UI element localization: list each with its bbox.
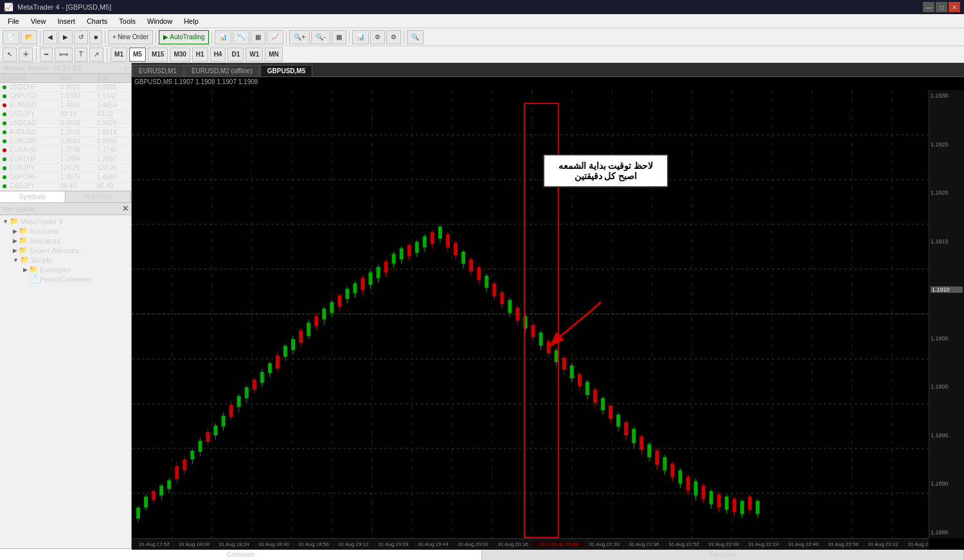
svg-rect-47 — [206, 432, 210, 442]
menu-window[interactable]: Window — [142, 14, 177, 28]
period-h4[interactable]: H4 — [210, 48, 226, 62]
table-row[interactable]: EURAUD 1.3736 1.3748 — [0, 146, 131, 155]
expert-button[interactable]: ⚙ — [370, 30, 385, 44]
hline-button[interactable]: ⟺ — [55, 48, 73, 62]
chart-down-button[interactable]: 📉 — [233, 30, 249, 44]
search-button[interactable]: 🔍 — [407, 30, 424, 44]
settings-button[interactable]: ⚙ — [386, 30, 401, 44]
autotrading-button[interactable]: ▶ AutoTrading — [159, 30, 209, 44]
sep4 — [211, 31, 212, 44]
period-w1[interactable]: W1 — [245, 48, 263, 62]
period-m1[interactable]: M1 — [111, 48, 127, 62]
period-mn[interactable]: MN — [265, 48, 283, 62]
nav-scripts[interactable]: ▼ 📁 Scripts — [0, 255, 131, 265]
chart-line-button[interactable]: 📈 — [267, 30, 283, 44]
tab-eurusd-m1[interactable]: EURUSD,M1 — [132, 65, 184, 76]
open-button[interactable]: 📂 — [21, 30, 37, 44]
svg-rect-87 — [361, 278, 364, 290]
col-symbol: Symbol — [0, 74, 58, 83]
table-row[interactable]: EURJPY 120.21 120.25 — [0, 164, 131, 173]
tab-common[interactable]: Common — [0, 549, 131, 550]
price-dot — [3, 130, 6, 134]
folder-icon: 📁 — [19, 246, 28, 254]
forward-button[interactable]: ▶ — [58, 30, 73, 44]
menu-charts[interactable]: Charts — [82, 14, 112, 28]
period-m5[interactable]: M5 — [129, 48, 146, 62]
cell-bid: 1.4575 — [58, 173, 94, 182]
stop-button[interactable]: ■ — [89, 30, 102, 44]
zoom-out-button[interactable]: 🔍- — [311, 30, 330, 44]
sep1 — [40, 31, 40, 44]
period-m15[interactable]: M15 — [148, 48, 168, 62]
cell-ask: 1.0518 — [94, 128, 131, 137]
table-row[interactable]: GBPUSD 1.6339 1.6342 — [0, 92, 131, 101]
period-m30[interactable]: M30 — [170, 48, 190, 62]
close-button[interactable]: ✕ — [949, 2, 960, 12]
svg-rect-151 — [609, 406, 612, 419]
new-file-button[interactable]: 📄 — [3, 30, 19, 44]
chart-up-button[interactable]: 📊 — [215, 30, 231, 44]
svg-rect-37 — [167, 480, 171, 489]
table-row[interactable]: GBPCHF 1.4575 1.4585 — [0, 173, 131, 182]
minimize-button[interactable]: — — [923, 2, 934, 12]
cell-ask: 1.6342 — [94, 92, 131, 101]
period-d1[interactable]: D1 — [228, 48, 244, 62]
arrow-button[interactable]: ↗ — [89, 48, 103, 62]
text-button[interactable]: T — [75, 48, 87, 62]
table-row[interactable]: EURCHF 1.2894 1.2897 — [0, 155, 131, 164]
svg-rect-53 — [229, 405, 233, 417]
nav-metatrader4[interactable]: ▼ 📁 MetaTrader 4 — [0, 216, 131, 226]
table-row[interactable]: USDCHF 0.8921 0.8925 — [0, 83, 131, 92]
table-row[interactable]: AUDUSD 1.0515 1.0518 — [0, 128, 131, 137]
cursor-button[interactable]: ↖ — [3, 48, 17, 62]
price-1915: 1.1915 — [931, 238, 963, 245]
nav-period-converter[interactable]: ▶ 📄 PeriodConverter — [0, 274, 131, 284]
table-row[interactable]: CADJPY 86.43 86.49 — [0, 182, 131, 191]
svg-rect-75 — [314, 316, 318, 326]
menu-insert[interactable]: Insert — [52, 14, 80, 28]
table-row[interactable]: EURGBP 0.8843 0.8846 — [0, 137, 131, 146]
grid-button[interactable]: ▦ — [332, 30, 346, 44]
line-button[interactable]: ━ — [40, 48, 53, 62]
chart-bar-button[interactable]: ▦ — [251, 30, 265, 44]
navigator-close-button[interactable]: ✕ — [122, 204, 129, 213]
nav-examples[interactable]: ▶ 📁 Examples — [0, 265, 131, 274]
svg-rect-49 — [214, 426, 218, 435]
new-order-button[interactable]: + New Order — [108, 30, 153, 44]
new-order-icon: + — [112, 33, 116, 40]
market-watch: Market Watch: 16:24:53 ▲ Symbol Bid Ask … — [0, 63, 131, 202]
table-row[interactable]: USDJPY 83.19 83.22 — [0, 110, 131, 119]
table-row[interactable]: EURUSD 1.4451 1.4453 — [0, 101, 131, 110]
menu-view[interactable]: View — [26, 14, 51, 28]
period-h1[interactable]: H1 — [192, 48, 208, 62]
refresh-button[interactable]: ↺ — [74, 30, 88, 44]
nav-expert-advisors[interactable]: ▶ 📁 Expert Advisors — [0, 245, 131, 255]
time-label: 31 Aug 18:40 — [254, 541, 294, 547]
svg-rect-123 — [500, 292, 504, 304]
svg-rect-99 — [407, 245, 411, 256]
tab-gbpusd-m5[interactable]: GBPUSD,M5 — [260, 65, 312, 76]
tab-tick-chart[interactable]: Tick Chart — [66, 191, 131, 202]
indicator-button[interactable]: 📊 — [352, 30, 369, 44]
chart-main[interactable]: GBPUSD,M5 1.1907 1.1908 1.1907 1.1908 — [132, 77, 964, 550]
sep-p0 — [36, 48, 37, 61]
chart-info: GBPUSD,M5 1.1907 1.1908 1.1907 1.1908 — [134, 78, 258, 85]
table-row[interactable]: USDCAD 0.9620 0.9624 — [0, 119, 131, 128]
menubar: File View Insert Charts Tools Window Hel… — [0, 14, 964, 28]
svg-rect-113 — [461, 252, 465, 264]
back-button[interactable]: ◀ — [43, 30, 57, 44]
nav-indicators[interactable]: ▶ 📁 Indicators — [0, 236, 131, 245]
menu-file[interactable]: File — [3, 14, 24, 28]
tab-symbols[interactable]: Symbols — [0, 191, 66, 202]
svg-rect-169 — [678, 470, 682, 483]
menu-help[interactable]: Help — [179, 14, 204, 28]
zoom-in-button[interactable]: 🔍+ — [289, 30, 310, 44]
svg-rect-103 — [423, 236, 427, 247]
svg-rect-93 — [384, 261, 388, 272]
maximize-button[interactable]: □ — [936, 2, 947, 12]
menu-tools[interactable]: Tools — [114, 14, 141, 28]
tab-eurusd-m2[interactable]: EURUSD,M2 (offline) — [184, 65, 260, 76]
svg-rect-79 — [330, 302, 334, 313]
nav-accounts[interactable]: ▶ 📁 Accounts — [0, 226, 131, 236]
crosshair-button[interactable]: ✛ — [19, 48, 33, 62]
